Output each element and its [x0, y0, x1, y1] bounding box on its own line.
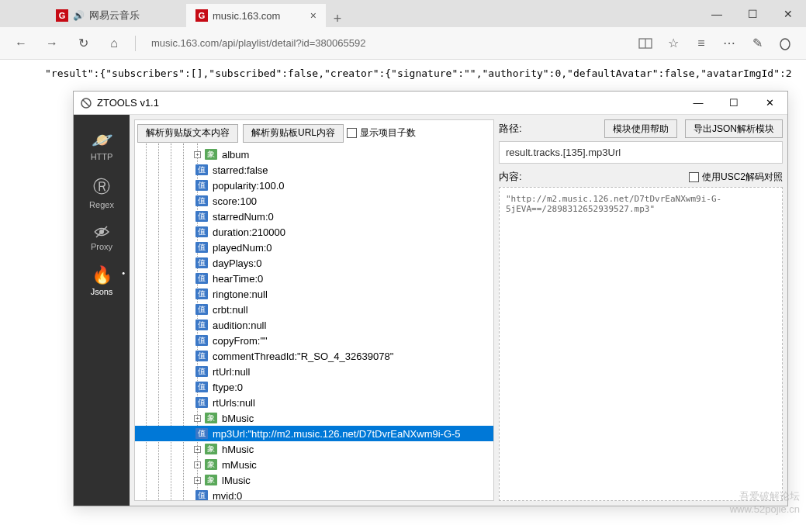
netease-favicon-icon: G	[195, 9, 208, 22]
expand-icon[interactable]: +	[194, 446, 201, 453]
address-bar[interactable]: music.163.com/api/playlist/detail?id=380…	[144, 37, 628, 49]
tree-row[interactable]: 值score:100	[135, 193, 493, 209]
ztools-sidebar: 🪐 HTTP Ⓡ Regex Proxy 🔥 Jsons	[74, 115, 130, 506]
tree-row[interactable]: +象lMusic	[135, 472, 493, 488]
expand-icon[interactable]: +	[194, 415, 201, 422]
tree-row-label: ringtone:null	[213, 288, 268, 300]
sidebar-item-proxy[interactable]: Proxy	[74, 219, 130, 256]
value-tag-icon: 值	[195, 211, 208, 222]
checkbox-icon	[347, 128, 357, 138]
tree-row-label: hearTime:0	[213, 273, 263, 285]
edit-icon[interactable]: ✎	[744, 30, 770, 57]
tree-row-label: rtUrl:null	[213, 366, 250, 378]
json-tree[interactable]: +象album值starred:false值popularity:100.0值s…	[135, 143, 493, 500]
tree-row-label: hMusic	[222, 444, 254, 455]
tree-row[interactable]: 值popularity:100.0	[135, 178, 493, 193]
more-button[interactable]: ⋯	[716, 30, 742, 57]
sidebar-item-label: Jsons	[91, 287, 113, 296]
sidebar-item-jsons[interactable]: 🔥 Jsons	[74, 261, 130, 301]
tree-row[interactable]: 值starredNum:0	[135, 209, 493, 224]
object-tag-icon: 象	[205, 149, 217, 160]
tree-row[interactable]: 值rtUrl:null	[135, 364, 493, 379]
sound-icon: 🔊	[73, 10, 85, 21]
help-button[interactable]: 模块使用帮助	[604, 119, 677, 138]
path-label: 路径:	[499, 122, 530, 136]
tree-row[interactable]: 值mp3Url:"http://m2.music.126.net/D7tDvrE…	[135, 426, 493, 441]
tree-row[interactable]: 值mvid:0	[135, 488, 493, 500]
usc2-checkbox[interactable]: 使用USC2解码对照	[689, 171, 783, 184]
ztools-close-button[interactable]: ✕	[752, 92, 787, 115]
tree-row-label: starredNum:0	[213, 211, 274, 223]
new-tab-button[interactable]: +	[326, 11, 349, 27]
regex-icon: Ⓡ	[93, 175, 110, 199]
tree-row[interactable]: +象hMusic	[135, 441, 493, 457]
checkbox-icon	[689, 172, 699, 182]
netease-favicon-icon: G	[56, 9, 68, 22]
reading-icon[interactable]	[632, 30, 659, 57]
ztools-titlebar[interactable]: ZTOOLS v1.1 — ☐ ✕	[74, 92, 787, 115]
window-maximize-button[interactable]: ☐	[735, 0, 770, 27]
tree-row[interactable]: +象bMusic	[135, 410, 493, 426]
value-tag-icon: 值	[195, 335, 208, 346]
tree-row[interactable]: 值playedNum:0	[135, 240, 493, 255]
tab-title: 网易云音乐	[89, 9, 140, 22]
ztools-minimize-button[interactable]: —	[680, 92, 716, 115]
tree-row[interactable]: 值ftype:0	[135, 379, 493, 395]
path-value[interactable]: result.tracks.[135].mp3Url	[499, 141, 783, 164]
sidebar-item-regex[interactable]: Ⓡ Regex	[74, 171, 130, 214]
back-button[interactable]: ←	[8, 30, 34, 57]
show-count-checkbox[interactable]: 显示项目子数	[347, 126, 416, 140]
tree-row[interactable]: 值ringtone:null	[135, 286, 493, 302]
svg-point-6	[780, 39, 790, 50]
browser-tab-1[interactable]: G music.163.com ×	[186, 4, 326, 27]
tree-row[interactable]: 值duration:210000	[135, 224, 493, 240]
object-tag-icon: 象	[205, 413, 217, 423]
forward-button[interactable]: →	[39, 30, 65, 57]
value-tag-icon: 值	[195, 164, 208, 175]
expand-icon[interactable]: +	[194, 461, 201, 468]
tree-row[interactable]: 值starred:false	[135, 162, 493, 178]
expand-icon[interactable]: +	[194, 151, 201, 158]
window-minimize-button[interactable]: —	[699, 0, 735, 27]
home-button[interactable]: ⌂	[101, 30, 127, 57]
tree-row-label: lMusic	[222, 475, 251, 486]
expand-icon[interactable]: +	[194, 477, 201, 484]
window-close-button[interactable]: ✕	[770, 0, 806, 27]
tree-row[interactable]: 值copyFrom:""	[135, 333, 493, 348]
parse-text-button[interactable]: 解析剪贴版文本内容	[137, 124, 238, 143]
sidebar-item-http[interactable]: 🪐 HTTP	[74, 126, 130, 166]
tab-title: music.163.com	[213, 10, 280, 22]
ztools-left-toolbar: 解析剪贴版文本内容 解析剪贴板URL内容 显示项目子数	[135, 120, 493, 143]
tree-row[interactable]: 值hearTime:0	[135, 271, 493, 286]
ztools-title: ZTOOLS v1.1	[97, 97, 159, 109]
value-tag-icon: 值	[195, 490, 208, 500]
tree-row[interactable]: 值rtUrls:null	[135, 395, 493, 410]
browser-window: G 🔊 网易云音乐 G music.163.com × + — ☐ ✕ ← → …	[0, 0, 806, 532]
tree-row[interactable]: 值crbt:null	[135, 302, 493, 317]
tree-row-label: score:100	[213, 195, 257, 207]
object-tag-icon: 象	[205, 444, 217, 454]
content-label: 内容:	[499, 170, 530, 184]
content-value[interactable]: "http://m2.music.126.net/D7tDvrEaNXwm9i-…	[499, 187, 783, 501]
sidebar-item-label: Regex	[89, 200, 114, 209]
favorite-button[interactable]: ☆	[660, 30, 687, 57]
object-tag-icon: 象	[205, 459, 217, 470]
tree-row[interactable]: 值dayPlays:0	[135, 255, 493, 271]
browser-tab-0[interactable]: G 🔊 网易云音乐	[47, 4, 186, 27]
checkbox-label: 显示项目子数	[360, 126, 416, 140]
parse-url-button[interactable]: 解析剪贴板URL内容	[243, 124, 344, 143]
tree-row[interactable]: 值audition:null	[135, 317, 493, 333]
menu-button[interactable]: ≡	[688, 30, 714, 57]
close-tab-icon[interactable]: ×	[310, 9, 317, 22]
sidebar-item-label: Proxy	[91, 242, 112, 251]
export-json-button[interactable]: 导出JSON解析模块	[685, 119, 783, 138]
tree-row[interactable]: +象mMusic	[135, 457, 493, 472]
tree-row[interactable]: +象album	[135, 147, 493, 162]
ztools-maximize-button[interactable]: ☐	[716, 92, 752, 115]
browser-toolbar: ← → ↻ ⌂ music.163.com/api/playlist/detai…	[0, 27, 806, 60]
tree-row-label: bMusic	[222, 413, 254, 424]
tree-row[interactable]: 值commentThreadId:"R_SO_4_32639078"	[135, 348, 493, 364]
qq-icon[interactable]	[772, 30, 798, 57]
refresh-button[interactable]: ↻	[70, 30, 96, 57]
tree-row-label: ftype:0	[213, 382, 243, 393]
